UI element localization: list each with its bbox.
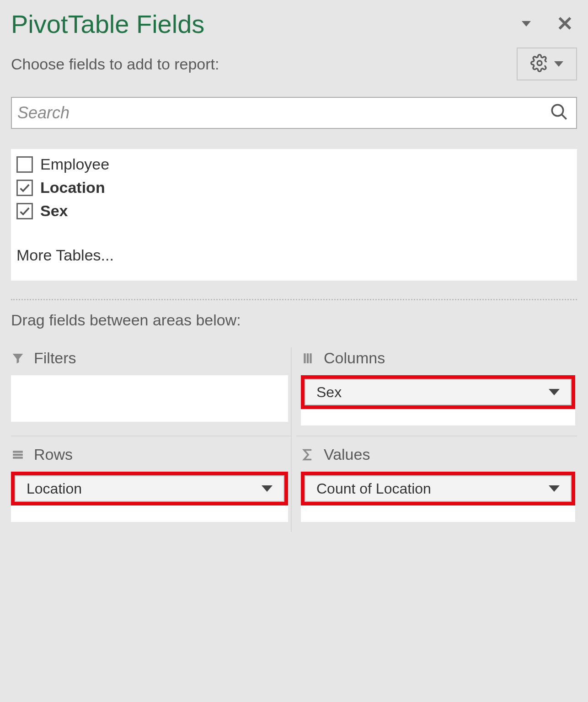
header: PivotTable Fields ✕ [11, 0, 577, 46]
area-label: Filters [34, 349, 76, 367]
header-controls: ✕ [522, 14, 573, 34]
columns-drop-zone[interactable] [301, 409, 575, 425]
more-tables-link[interactable]: More Tables... [16, 246, 572, 264]
filters-area[interactable]: Filters [11, 347, 292, 436]
checkbox-unchecked[interactable] [16, 156, 33, 173]
field-row-employee[interactable]: Employee [16, 153, 572, 176]
svg-rect-4 [307, 353, 309, 363]
chevron-down-icon [549, 485, 560, 492]
area-label: Columns [324, 349, 385, 367]
rows-drop-zone[interactable] [11, 505, 288, 522]
checkbox-checked[interactable] [16, 180, 33, 196]
rows-header: Rows [11, 446, 288, 463]
rows-area[interactable]: Rows Location [11, 436, 292, 532]
pivottable-fields-pane: PivotTable Fields ✕ Choose fields to add… [0, 0, 588, 543]
svg-line-2 [561, 114, 567, 119]
drag-areas-label: Drag fields between areas below: [11, 311, 577, 329]
field-label: Employee [40, 155, 109, 173]
svg-rect-3 [304, 353, 305, 363]
area-label: Values [324, 446, 370, 463]
chevron-down-icon [554, 61, 563, 67]
svg-point-1 [552, 105, 563, 116]
pane-title: PivotTable Fields [11, 9, 522, 39]
values-header: Values [301, 446, 575, 463]
svg-point-0 [537, 61, 542, 65]
pane-menu-dropdown-icon[interactable] [522, 21, 531, 27]
values-highlight: Count of Location [301, 472, 575, 505]
filters-drop-zone[interactable] [11, 375, 288, 422]
values-drop-zone[interactable] [301, 505, 575, 522]
rows-icon [11, 447, 25, 463]
filters-header: Filters [11, 349, 288, 367]
field-label: Sex [40, 202, 68, 220]
chevron-down-icon [549, 389, 560, 395]
columns-icon [301, 351, 315, 366]
settings-button[interactable] [517, 48, 577, 80]
svg-rect-6 [13, 451, 23, 452]
pill-label: Count of Location [316, 480, 431, 497]
gear-icon [530, 54, 549, 74]
pill-label: Sex [316, 384, 342, 401]
search-icon [550, 102, 569, 123]
fields-list: Employee Location Sex More Tables... [11, 149, 577, 281]
search-input[interactable] [16, 103, 550, 123]
svg-rect-7 [13, 453, 23, 455]
rows-field-pill[interactable]: Location [15, 475, 284, 502]
pill-label: Location [27, 480, 82, 497]
divider [11, 299, 577, 300]
field-label: Location [40, 179, 105, 197]
checkbox-checked[interactable] [16, 203, 33, 219]
columns-area[interactable]: Columns Sex [296, 347, 577, 436]
values-area[interactable]: Values Count of Location [296, 436, 577, 532]
svg-rect-8 [13, 457, 23, 458]
area-label: Rows [34, 446, 73, 463]
sigma-icon [301, 447, 315, 463]
chevron-down-icon [262, 485, 273, 492]
areas-grid: Filters Columns Sex [11, 347, 577, 532]
field-row-sex[interactable]: Sex [16, 199, 572, 223]
subheader: Choose fields to add to report: [11, 48, 577, 80]
search-field[interactable] [11, 97, 577, 129]
svg-rect-5 [310, 353, 311, 363]
columns-field-pill[interactable]: Sex [305, 379, 572, 405]
field-row-location[interactable]: Location [16, 176, 572, 199]
close-icon[interactable]: ✕ [556, 14, 573, 34]
values-field-pill[interactable]: Count of Location [305, 475, 572, 502]
choose-fields-label: Choose fields to add to report: [11, 55, 517, 73]
columns-header: Columns [301, 349, 575, 367]
filter-icon [11, 351, 25, 366]
rows-highlight: Location [11, 472, 288, 505]
columns-highlight: Sex [301, 375, 575, 409]
